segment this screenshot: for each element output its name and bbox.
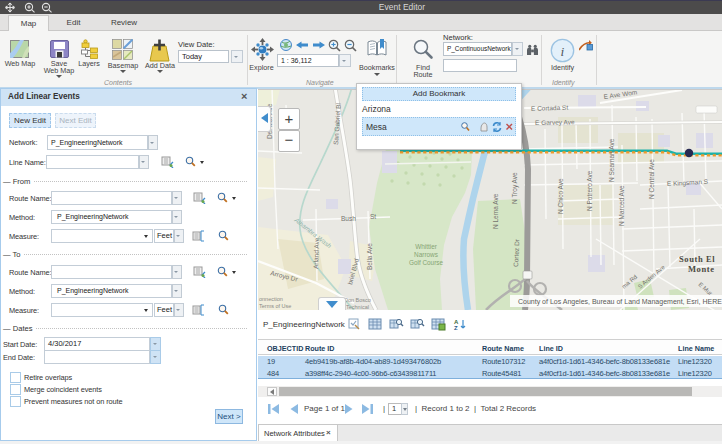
svg-text:i: i <box>561 44 565 59</box>
svg-text:N Marced Ave: N Marced Ave <box>618 185 625 226</box>
svg-text:Z: Z <box>454 325 458 331</box>
svg-text:St: St <box>370 213 376 220</box>
svg-text:E Cortada St: E Cortada St <box>531 104 569 112</box>
svg-text:South El: South El <box>679 254 715 264</box>
svg-text:onnection: onnection <box>259 296 283 302</box>
svg-text:Terms of Use: Terms of Use <box>259 303 291 309</box>
svg-text:Cortez Dr: Cortez Dr <box>512 238 520 267</box>
svg-text:N Seaman Ave: N Seaman Ave <box>608 138 615 182</box>
svg-text:County of Los Angeles, Bureau: County of Los Angeles, Bureau of Land Ma… <box>518 298 722 306</box>
svg-text:N Troy Ave: N Troy Ave <box>511 172 519 204</box>
svg-text:Monte: Monte <box>688 264 715 274</box>
svg-text:Bush: Bush <box>341 215 356 222</box>
svg-text:N Chico Ave: N Chico Ave <box>557 178 564 214</box>
svg-text:Don Bosco: Don Bosco <box>344 297 371 303</box>
svg-text:N Lema Ave: N Lema Ave <box>492 193 499 229</box>
svg-text:N Potrero Ave: N Potrero Ave <box>586 170 593 211</box>
svg-text:Arland Ave: Arland Ave <box>312 237 320 269</box>
svg-text:N Central Ave: N Central Ave <box>648 159 655 199</box>
svg-text:Whittier: Whittier <box>415 243 438 250</box>
svg-text:Narrows: Narrows <box>414 251 438 258</box>
svg-text:Golf Course: Golf Course <box>409 259 444 266</box>
svg-text:Bella Ave: Bella Ave <box>366 243 373 270</box>
